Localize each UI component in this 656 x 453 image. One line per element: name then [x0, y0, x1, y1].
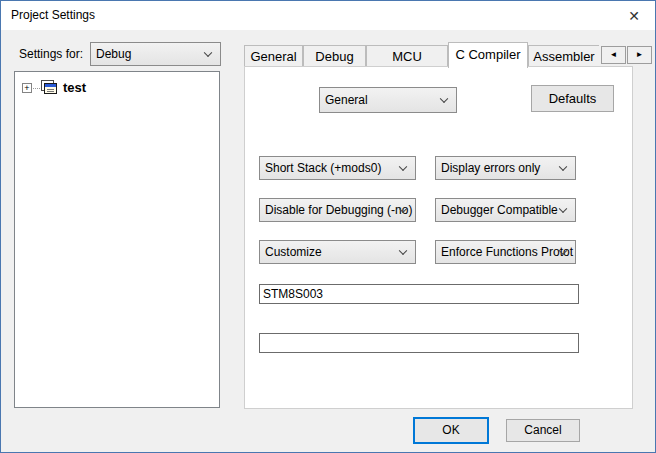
ok-button[interactable]: OK: [413, 417, 489, 444]
preprocessor-definitions-input[interactable]: [259, 284, 579, 304]
tree-node-test[interactable]: + test: [21, 80, 211, 98]
category-value: General: [325, 93, 368, 107]
tab-scroll-right-button[interactable]: ►: [627, 46, 652, 64]
tab-c-compiler[interactable]: C Compiler: [448, 42, 528, 68]
arrow-right-icon: ►: [636, 50, 644, 59]
expand-plus-icon[interactable]: +: [22, 83, 32, 93]
c-language-value: Enforce Functions Protot: [441, 245, 573, 259]
project-icon: [41, 80, 59, 95]
chevron-down-icon: [399, 247, 407, 255]
tab-general[interactable]: General: [244, 45, 303, 67]
cancel-button[interactable]: Cancel: [506, 419, 580, 442]
c-language-select[interactable]: Enforce Functions Protot: [435, 240, 576, 264]
memory-models-select[interactable]: Short Stack (+mods0): [259, 156, 416, 180]
tree-connector: [33, 88, 40, 89]
memory-models-value: Short Stack (+mods0): [265, 161, 381, 175]
compiler-messages-select[interactable]: Display errors only: [435, 156, 576, 180]
tab-debug[interactable]: Debug: [303, 45, 366, 67]
listings-select[interactable]: Customize: [259, 240, 416, 264]
debug-info-value: Debugger Compatible: [441, 203, 558, 217]
settings-for-value: Debug: [96, 47, 131, 61]
tab-assembler[interactable]: Assembler: [528, 45, 599, 67]
chevron-down-icon: [399, 163, 407, 171]
optimizations-select[interactable]: Disable for Debugging (-no): [259, 198, 416, 222]
compiler-messages-value: Display errors only: [441, 161, 540, 175]
category-select[interactable]: General: [319, 87, 457, 113]
settings-for-select[interactable]: Debug: [90, 42, 221, 66]
arrow-left-icon: ◄: [610, 50, 618, 59]
chevron-down-icon: [204, 49, 212, 57]
title-bar: Project Settings ✕: [1, 1, 655, 30]
settings-for-label: Settings for:: [19, 47, 83, 61]
debug-info-select[interactable]: Debugger Compatible: [435, 198, 576, 222]
chevron-down-icon: [559, 205, 567, 213]
close-icon: ✕: [628, 8, 640, 24]
project-settings-dialog: Project Settings ✕ Settings for: Debug +…: [0, 0, 656, 453]
chevron-down-icon: [559, 163, 567, 171]
tree-node-label: test: [63, 80, 86, 95]
user-defined-options-input[interactable]: [259, 333, 579, 353]
project-tree: + test: [14, 71, 220, 408]
tab-mcu-selection[interactable]: MCU Selection: [366, 45, 448, 67]
chevron-down-icon: [440, 95, 448, 103]
tab-scroll-left-button[interactable]: ◄: [601, 46, 626, 64]
window-title: Project Settings: [11, 1, 95, 30]
optimizations-value: Disable for Debugging (-no): [265, 203, 412, 217]
defaults-button[interactable]: Defaults: [531, 85, 614, 112]
listings-value: Customize: [265, 245, 322, 259]
c-compiler-tab-panel: [244, 66, 633, 409]
close-button[interactable]: ✕: [613, 1, 655, 30]
